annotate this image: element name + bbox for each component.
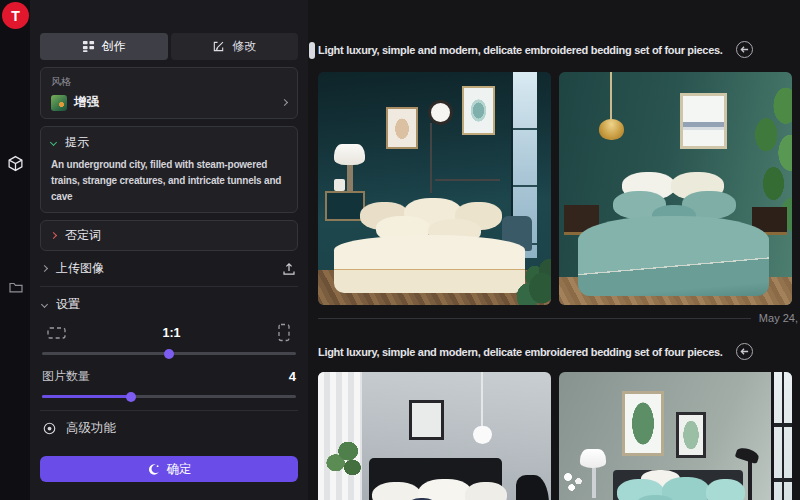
duvet (578, 216, 769, 295)
image-count-value: 4 (289, 369, 296, 384)
gallery-area: Light luxury, simple and modern, delicat… (308, 0, 800, 500)
chevron-down-icon (50, 139, 57, 146)
pillow (706, 479, 746, 500)
plant (509, 249, 551, 305)
prompt-input[interactable]: An underground city, filled with steam-p… (51, 157, 287, 205)
chevron-right-icon (41, 265, 48, 272)
wall-art-frame (680, 93, 727, 149)
chevron-down-icon (41, 301, 48, 308)
negative-label: 否定词 (65, 227, 101, 244)
edit-icon (212, 40, 225, 53)
wall-art-frame (462, 86, 495, 135)
style-thumbnail-icon (51, 95, 67, 111)
generated-image[interactable] (318, 372, 551, 500)
generation-prompt-row: Light luxury, simple and modern, delicat… (318, 41, 753, 58)
divider-line (318, 318, 751, 319)
date-divider-row: May 24, (318, 312, 800, 324)
advanced-features-row[interactable]: 高级功能 (40, 411, 298, 446)
prompt-label: 提示 (65, 134, 89, 151)
upload-image-row[interactable]: 上传图像 (40, 251, 298, 287)
upload-label: 上传图像 (56, 260, 104, 277)
image-count-slider[interactable] (42, 395, 296, 398)
plant (323, 437, 365, 484)
wall-art-frame (676, 412, 706, 459)
generated-image[interactable] (559, 372, 792, 500)
chevron-right-icon (50, 232, 57, 239)
folder-icon[interactable] (7, 278, 24, 295)
generation-image-row (318, 72, 792, 305)
table-lamp (580, 449, 606, 468)
landscape-icon (46, 325, 67, 341)
generation-prompt: Light luxury, simple and modern, delicat… (318, 44, 723, 56)
tab-create[interactable]: 创作 (40, 33, 168, 60)
prompt-card[interactable]: 提示 An underground city, filled with stea… (40, 126, 298, 213)
tab-modify[interactable]: 修改 (171, 33, 299, 60)
scrollbar-thumb[interactable] (309, 42, 315, 59)
upload-icon[interactable] (282, 262, 296, 276)
aspect-ratio-slider[interactable] (42, 352, 296, 355)
cube-icon[interactable] (7, 155, 24, 172)
flowers (559, 470, 589, 500)
control-panel: 创作 修改 风格 增强 (30, 0, 308, 500)
confirm-button[interactable]: 确定 (40, 456, 298, 482)
moon-icon (147, 463, 160, 476)
settings-label: 设置 (56, 296, 80, 313)
generated-image[interactable] (318, 72, 551, 305)
pendant-lamp (473, 426, 492, 445)
reuse-prompt-icon[interactable] (736, 343, 753, 360)
wall-art-frame (409, 400, 444, 440)
style-card[interactable]: 风格 增强 (40, 67, 298, 119)
window (771, 372, 792, 500)
style-label: 风格 (51, 75, 287, 89)
reuse-prompt-icon[interactable] (736, 41, 753, 58)
slider-thumb[interactable] (164, 349, 174, 359)
generation-image-row (318, 372, 792, 500)
aspect-ratio-row: 1:1 (40, 323, 298, 342)
portrait-icon (276, 323, 292, 342)
generation-prompt-row: Light luxury, simple and modern, delicat… (318, 343, 753, 360)
image-count-label: 图片数量 (42, 368, 90, 385)
advanced-label: 高级功能 (66, 420, 116, 437)
eye-icon (42, 421, 57, 436)
pendant-lamp (599, 119, 625, 140)
pillow (372, 482, 421, 500)
aspect-ratio-value: 1:1 (162, 326, 180, 340)
chevron-right-icon (281, 99, 288, 106)
wall-art-frame (386, 107, 419, 149)
generation-prompt: Light luxury, simple and modern, delicat… (318, 346, 723, 358)
tab-modify-label: 修改 (232, 38, 256, 55)
nightstand (325, 191, 365, 221)
pillow (418, 479, 472, 500)
generated-image[interactable] (559, 72, 792, 305)
avatar[interactable]: T (2, 2, 29, 29)
style-value: 增强 (74, 94, 99, 111)
generation-date: May 24, (759, 312, 800, 324)
negative-card[interactable]: 否定词 (40, 220, 298, 251)
tab-create-label: 创作 (102, 38, 126, 55)
settings-row[interactable]: 设置 (40, 287, 298, 315)
pillow (465, 482, 507, 500)
icon-rail: T (0, 0, 30, 500)
slider-thumb[interactable] (126, 392, 136, 402)
table-lamp (334, 144, 364, 165)
wall-art-frame (622, 391, 664, 456)
grid-icon (82, 40, 95, 53)
app-window: T (0, 0, 800, 500)
wall-clock (428, 100, 453, 125)
mode-tabs: 创作 修改 (40, 33, 298, 60)
duvet (334, 235, 525, 293)
confirm-label: 确定 (167, 461, 192, 478)
